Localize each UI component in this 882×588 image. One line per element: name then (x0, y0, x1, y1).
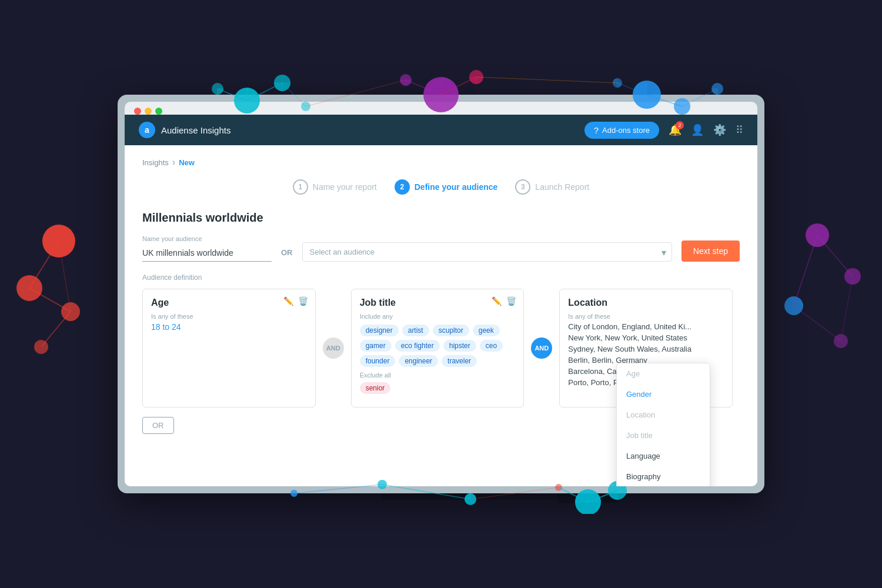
location-3: Sydney, New South Wales, Australia (568, 345, 724, 353)
age-card-icons: ✏️ 🗑️ (283, 296, 308, 306)
close-dot[interactable] (134, 108, 141, 115)
job-edit-icon[interactable]: ✏️ (492, 296, 502, 306)
tag-senior: senior (360, 382, 391, 394)
tag-geek: geek (473, 325, 500, 336)
main-content: Insights › New 1 Name your report 2 Defi… (125, 145, 757, 486)
location-card-sub: Is any of these (568, 313, 724, 320)
age-edit-icon[interactable]: ✏️ (283, 296, 293, 306)
tag-traveler: traveler (442, 355, 477, 367)
notifications-icon[interactable]: 🔔 2 (669, 123, 681, 136)
svg-point-18 (212, 83, 223, 95)
svg-line-6 (41, 312, 71, 347)
job-exclude-label: Exclude all (360, 372, 516, 379)
svg-line-13 (794, 235, 817, 306)
svg-point-39 (465, 493, 476, 505)
and-connector-2[interactable]: AND (531, 338, 552, 359)
svg-point-11 (834, 334, 848, 348)
notification-badge: 2 (676, 121, 684, 129)
apps-icon[interactable]: ⠿ (736, 123, 743, 136)
age-card-value: 18 to 24 (151, 322, 307, 332)
svg-point-9 (844, 268, 861, 285)
dropdown-item-biography[interactable]: Biography (617, 466, 710, 486)
step-2-circle: 2 (395, 179, 410, 195)
app-logo-icon: a (139, 122, 155, 138)
step-3-label: Launch Report (535, 182, 589, 192)
browser-chrome (125, 102, 757, 115)
tag-hipster: hipster (443, 340, 476, 352)
svg-line-44 (382, 485, 470, 499)
location-1: City of London, England, United Ki... (568, 322, 724, 331)
age-card: ✏️ 🗑️ Age Is any of these 18 to 24 (142, 289, 316, 407)
audience-row: Name your audience OR Select an audience… (142, 235, 740, 262)
age-delete-icon[interactable]: 🗑️ (298, 296, 308, 306)
svg-line-36 (476, 77, 617, 83)
minimize-dot[interactable] (145, 108, 152, 115)
step-1-circle: 1 (293, 179, 308, 195)
dropdown-item-job-title[interactable]: Job title (617, 425, 710, 446)
tag-scupltor: scupltor (433, 325, 469, 336)
audience-name-label: Name your audience (142, 235, 272, 242)
next-step-button[interactable]: Next step (681, 240, 740, 262)
audience-select[interactable]: Select an audience (302, 242, 672, 262)
job-delete-icon[interactable]: 🗑️ (506, 296, 516, 306)
job-include-label: Include any (360, 313, 516, 320)
svg-line-4 (29, 241, 59, 288)
breadcrumb: Insights › New (142, 157, 740, 168)
maximize-dot[interactable] (155, 108, 162, 115)
svg-line-27 (441, 77, 476, 95)
settings-icon[interactable]: ⚙️ (713, 123, 726, 136)
dropdown-item-location[interactable]: Location (617, 405, 710, 425)
step-1[interactable]: 1 Name your report (293, 179, 377, 195)
svg-point-0 (42, 225, 75, 258)
and-connector-1[interactable]: AND (323, 338, 344, 359)
report-title: Millennials worldwide (142, 211, 740, 225)
or-divider: OR (281, 248, 293, 262)
location-2: New York, New York, United States (568, 333, 724, 342)
svg-line-47 (588, 490, 617, 502)
svg-point-10 (784, 296, 803, 315)
tag-gamer: gamer (360, 340, 392, 352)
audience-name-group: Name your audience (142, 235, 272, 262)
step-3-circle: 3 (515, 179, 530, 195)
logo-area: a Audiense Insights (139, 122, 584, 138)
dropdown-item-age[interactable]: Age (617, 363, 710, 384)
dropdown-item-language[interactable]: Language (617, 446, 710, 466)
svg-point-30 (711, 83, 723, 95)
svg-line-21 (218, 89, 247, 101)
svg-line-14 (794, 306, 841, 341)
svg-point-25 (469, 70, 483, 84)
svg-point-24 (400, 74, 412, 86)
svg-point-2 (61, 302, 80, 321)
svg-line-45 (470, 487, 559, 499)
audience-name-input[interactable] (142, 245, 272, 262)
job-exclude-tags: senior (360, 382, 516, 394)
svg-point-17 (274, 75, 290, 91)
breadcrumb-separator: › (172, 157, 175, 168)
dropdown-menu: Age Gender Location Job title Language B… (616, 363, 710, 486)
or-button[interactable]: OR (142, 417, 174, 434)
age-card-sub: Is any of these (151, 313, 307, 320)
tag-founder: founder (360, 355, 396, 367)
step-3[interactable]: 3 Launch Report (515, 179, 589, 195)
tag-artist: artist (402, 325, 429, 336)
step-1-label: Name your report (313, 182, 377, 192)
breadcrumb-insights[interactable]: Insights (142, 158, 169, 167)
job-card-icons: ✏️ 🗑️ (492, 296, 516, 306)
svg-line-15 (841, 276, 853, 341)
dropdown-item-gender[interactable]: Gender (617, 384, 710, 405)
addons-store-button[interactable]: ? Add-ons store (584, 122, 659, 139)
svg-point-3 (34, 340, 48, 354)
svg-point-1 (16, 275, 42, 301)
tag-eco-fighter: eco fighter (395, 340, 440, 352)
tag-ceo: ceo (480, 340, 503, 352)
top-navigation: a Audiense Insights ? Add-ons store 🔔 2 … (125, 115, 757, 145)
svg-line-5 (29, 288, 71, 312)
audience-select-wrapper: Select an audience ▾ (302, 242, 672, 262)
step-2-label: Define your audience (415, 182, 498, 192)
tag-engineer: engineer (399, 355, 438, 367)
user-icon[interactable]: 👤 (691, 123, 704, 136)
step-2[interactable]: 2 Define your audience (395, 179, 498, 195)
svg-point-31 (613, 78, 622, 88)
job-tags-row: designer artist scupltor geek gamer eco … (360, 325, 516, 367)
nav-right: ? Add-ons store 🔔 2 👤 ⚙️ ⠿ (584, 122, 743, 139)
